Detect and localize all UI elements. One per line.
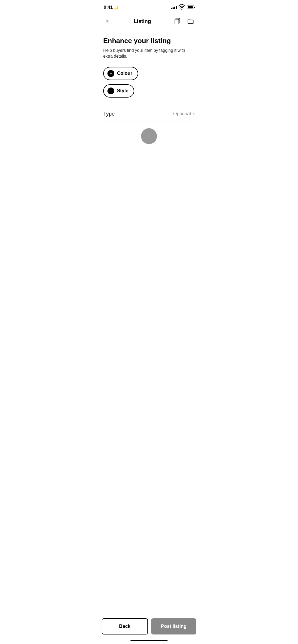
style-button[interactable]: + Style — [103, 84, 134, 98]
type-row[interactable]: Type Optional › — [103, 106, 195, 122]
folder-button[interactable] — [186, 16, 195, 26]
moon-icon: 🌙 — [114, 6, 118, 10]
colour-plus-icon: + — [107, 70, 114, 77]
tag-buttons-container: + Colour + Style — [103, 67, 195, 98]
copy-icon — [174, 18, 181, 25]
type-chevron-icon: › — [193, 111, 195, 117]
nav-bar: × Listing — [97, 13, 201, 29]
loading-placeholder — [141, 128, 157, 144]
wifi-icon — [178, 4, 185, 11]
battery-icon — [187, 6, 194, 9]
copy-button[interactable] — [173, 16, 182, 26]
close-icon: × — [106, 18, 109, 24]
type-optional-text: Optional — [173, 111, 191, 117]
colour-button[interactable]: + Colour — [103, 67, 138, 80]
colour-button-label: Colour — [117, 71, 132, 76]
status-time: 9:41 🌙 — [104, 5, 118, 10]
svg-rect-2 — [175, 19, 179, 24]
status-icons — [171, 4, 194, 11]
style-button-label: Style — [117, 88, 128, 94]
page-title: Listing — [134, 18, 151, 24]
main-content: Enhance your listing Help buyers find yo… — [97, 29, 201, 144]
style-plus-icon: + — [107, 88, 114, 94]
section-title: Enhance your listing — [103, 37, 195, 45]
svg-point-0 — [181, 9, 182, 10]
close-button[interactable]: × — [103, 16, 112, 26]
section-subtitle: Help buyers find your item by tagging it… — [103, 48, 195, 59]
nav-actions — [173, 16, 195, 26]
type-optional-container: Optional › — [173, 111, 195, 117]
signal-bars-icon — [171, 6, 177, 9]
status-bar: 9:41 🌙 — [97, 0, 201, 13]
type-label: Type — [103, 111, 115, 117]
folder-icon — [187, 18, 194, 25]
